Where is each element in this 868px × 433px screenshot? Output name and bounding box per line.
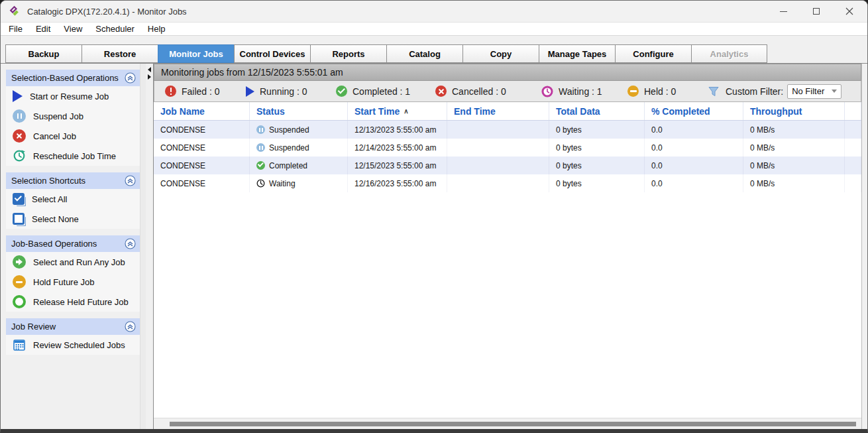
sidebar-item-select-and-run-any-job[interactable]: Select and Run Any Job [6, 252, 140, 272]
horizontal-scrollbar-thumb[interactable] [170, 422, 856, 426]
sidebar-item-hold-future-job[interactable]: Hold Future Job [6, 272, 140, 292]
chevron-down-icon [832, 90, 837, 93]
collapse-right-icon[interactable] [148, 74, 151, 80]
tab-monitor-jobs[interactable]: Monitor Jobs [158, 44, 234, 63]
tab-control-devices[interactable]: Control Devices [234, 44, 310, 63]
section-selection-shortcuts: Selection Shortcuts Select All Select No… [6, 172, 140, 229]
cancel-icon [13, 129, 26, 143]
cell-status: Suspended [250, 121, 348, 139]
failed-icon [165, 86, 176, 97]
sidebar-item-start-or-resume-job[interactable]: Start or Resume Job [6, 86, 140, 106]
status-text: Suspended [269, 125, 309, 135]
filter-label: Completed : 1 [353, 86, 410, 97]
sidebar-item-release-held-future-job[interactable]: Release Held Future Job [6, 292, 140, 312]
menu-file[interactable]: File [2, 23, 29, 35]
tab-restore[interactable]: Restore [81, 44, 158, 63]
sidebar-item-select-none[interactable]: Select None [6, 209, 140, 229]
table-row[interactable]: CONDENSE Waiting 12/16/2023 5:55:00 am 0… [154, 174, 861, 192]
sidebar-item-review-scheduled-jobs[interactable]: Review Scheduled Jobs [6, 335, 140, 355]
section-header[interactable]: Job-Based Operations [6, 235, 140, 252]
col-end-time[interactable]: End Time [447, 102, 549, 120]
cell-status: Waiting [250, 174, 348, 192]
tab-catalog[interactable]: Catalog [386, 44, 462, 63]
sidebar-item-label: Select None [32, 214, 79, 224]
close-button[interactable] [845, 7, 854, 16]
maximize-button[interactable] [812, 7, 821, 16]
section-title: Selection-Based Operations [11, 73, 119, 83]
panel-splitter[interactable] [146, 64, 153, 429]
tab-backup[interactable]: Backup [5, 44, 81, 63]
double-chevron-up-icon[interactable] [125, 238, 136, 249]
sidebar-item-label: Hold Future Job [33, 277, 95, 287]
monitoring-status-text: Monitoring jobs from 12/15/2023 5:55:01 … [161, 67, 343, 78]
cell-end-time [447, 174, 549, 192]
section-selection-based-operations: Selection-Based Operations Start or Resu… [6, 70, 140, 166]
title-bar: Catalogic DPX(172.20.4.1) - Monitor Jobs [1, 1, 867, 22]
filter-waiting[interactable]: Waiting : 1 [541, 86, 627, 97]
table-header: Job Name Status Start Time∧ End Time Tot… [154, 102, 861, 121]
table-row[interactable]: CONDENSE Suspended 12/14/2023 5:55:00 am… [154, 139, 861, 156]
release-ring-icon [13, 295, 26, 308]
section-header[interactable]: Selection-Based Operations [6, 70, 140, 86]
completed-icon [336, 86, 347, 97]
double-chevron-up-icon[interactable] [125, 175, 136, 186]
table-row[interactable]: CONDENSE Completed 12/15/2023 5:55:00 am… [154, 156, 861, 174]
cell-start-time: 12/13/2023 5:55:00 am [348, 121, 447, 139]
table-empty-area [154, 192, 861, 418]
filter-completed[interactable]: Completed : 1 [336, 86, 435, 97]
cell-throughput: 0 MB/s [743, 156, 845, 174]
minimize-button[interactable] [779, 7, 788, 16]
running-icon [246, 86, 254, 97]
menu-view[interactable]: View [57, 23, 89, 35]
sidebar-scrollbar[interactable] [140, 64, 146, 429]
col-total-data[interactable]: Total Data [549, 102, 645, 120]
col-start-time[interactable]: Start Time∧ [348, 102, 447, 120]
tab-reports[interactable]: Reports [310, 44, 386, 63]
menu-edit[interactable]: Edit [29, 23, 57, 35]
section-job-based-operations: Job-Based Operations Select and Run Any … [6, 235, 140, 312]
filter-label: Running : 0 [260, 86, 307, 97]
cell-pct-completed: 0.0 [645, 174, 743, 192]
cell-throughput: 0 MB/s [743, 174, 845, 192]
sidebar-item-label: Start or Resume Job [30, 92, 109, 101]
tab-copy[interactable]: Copy [462, 44, 539, 63]
table-row[interactable]: CONDENSE Suspended 12/13/2023 5:55:00 am… [154, 121, 861, 139]
custom-filter-select[interactable]: No Filter [787, 84, 841, 99]
tab-configure[interactable]: Configure [615, 44, 691, 63]
filter-failed[interactable]: Failed : 0 [165, 86, 246, 97]
cell-throughput: 0 MB/s [743, 121, 845, 139]
col-status[interactable]: Status [250, 102, 348, 120]
menu-help[interactable]: Help [141, 23, 172, 35]
sidebar-item-reschedule-job-time[interactable]: Reschedule Job Time [6, 146, 140, 166]
cell-pct-completed: 0.0 [645, 121, 743, 139]
double-chevron-up-icon[interactable] [125, 72, 136, 84]
cell-pct-completed: 0.0 [645, 156, 743, 174]
section-header[interactable]: Selection Shortcuts [6, 172, 140, 189]
collapse-left-icon[interactable] [148, 67, 151, 72]
cell-start-time: 12/16/2023 5:55:00 am [348, 174, 447, 192]
double-chevron-up-icon[interactable] [125, 321, 136, 332]
status-text: Waiting [269, 179, 296, 188]
section-header[interactable]: Job Review [6, 318, 140, 335]
filter-cancelled[interactable]: Cancelled : 0 [435, 86, 541, 97]
tab-manage-tapes[interactable]: Manage Tapes [539, 44, 615, 63]
sidebar-item-label: Select All [32, 194, 67, 204]
col-job-name[interactable]: Job Name [154, 102, 250, 120]
section-title: Job Review [11, 322, 56, 332]
col-throughput[interactable]: Throughput [743, 102, 845, 120]
menu-scheduler[interactable]: Scheduler [89, 23, 141, 35]
sidebar-item-suspend-job[interactable]: Suspend Job [6, 106, 140, 126]
col-pct-completed[interactable]: % Completed [645, 102, 743, 120]
spacer [1, 36, 867, 44]
sidebar-item-select-all[interactable]: Select All [6, 189, 140, 209]
filter-label: Held : 0 [644, 86, 676, 97]
sidebar-item-cancel-job[interactable]: Cancel Job [6, 126, 140, 146]
custom-filter-label: Custom Filter: [726, 86, 783, 97]
filter-running[interactable]: Running : 0 [246, 86, 336, 97]
checkbox-empty-icon [13, 213, 25, 225]
filter-held[interactable]: Held : 0 [627, 86, 694, 97]
calendar-icon [13, 338, 26, 351]
status-filter-bar: Failed : 0 Running : 0 Completed : 1 Can… [154, 81, 861, 102]
horizontal-scrollbar[interactable] [154, 418, 861, 429]
cell-status: Completed [250, 156, 348, 174]
